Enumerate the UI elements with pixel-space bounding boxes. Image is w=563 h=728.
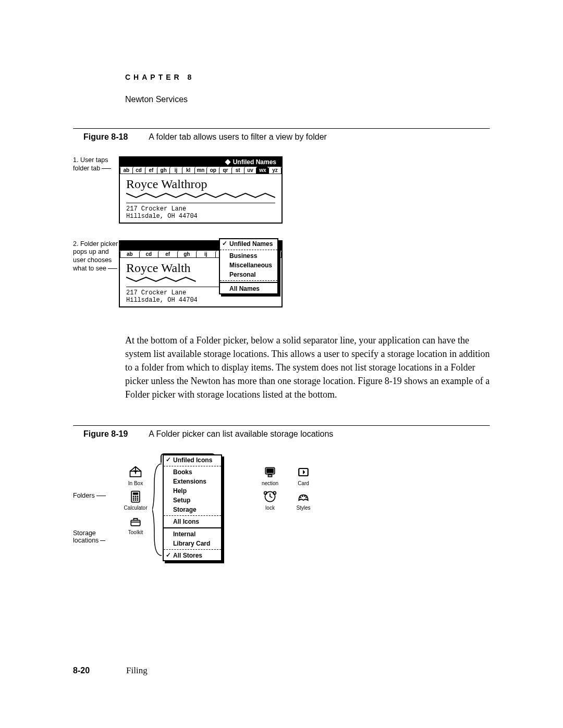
svg-rect-3 [266, 468, 274, 473]
svg-rect-4 [268, 475, 272, 477]
app-icon-inbox[interactable]: In Box [119, 465, 152, 486]
diamond-icon [225, 159, 230, 165]
figure-label: Figure 8-18 [83, 132, 128, 142]
svg-point-22 [302, 496, 303, 497]
picker-item-help[interactable]: Help [164, 486, 221, 496]
callout-stores: Storage locations [73, 529, 119, 544]
svg-rect-13 [137, 498, 139, 499]
svg-point-20 [273, 491, 276, 494]
app-icon-connection[interactable]: nection [253, 465, 287, 486]
page-number: 8-20 [73, 666, 90, 675]
figure-8-19: Figure 8-19 A Folder picker can list ava… [73, 425, 490, 544]
picker-item-all[interactable]: All Names [220, 284, 277, 293]
page-footer: 8-20 Filing [73, 665, 148, 676]
picker-item-internal[interactable]: Internal [164, 529, 221, 539]
figure-caption: A Folder picker can list available stora… [149, 429, 333, 439]
svg-rect-25 [131, 520, 140, 526]
folder-tab[interactable]: Unfiled Names [223, 158, 279, 166]
app-icon-toolkit[interactable]: Toolkit [119, 514, 152, 535]
picker-item-extensions[interactable]: Extensions [164, 477, 221, 486]
figure-label: Figure 8-19 [83, 429, 128, 439]
extras-window: ✓ Unfiled Icons In Box Out nec [119, 453, 338, 535]
names-window-1: Unfiled Names abcdefghijklmnopqrstuvwxyz… [119, 156, 283, 224]
record-name: Royce Walthrop [126, 177, 275, 191]
callout-2: 2. Folder picker pops up and user choose… [73, 240, 119, 273]
svg-point-24 [305, 497, 307, 498]
names-window-2: ✓ Unfiled Names abcdefghijklmn z Royce W… [119, 240, 283, 307]
torn-edge [126, 192, 275, 199]
picker-item-unfiled-icons[interactable]: Unfiled Icons [164, 455, 221, 465]
callout-1: 1. User taps folder tab [73, 156, 119, 172]
svg-point-19 [264, 491, 267, 494]
folder-picker-popup-extras[interactable]: Unfiled Icons Books Extensions Help Setu… [163, 454, 222, 561]
picker-item-storage[interactable]: Storage [164, 505, 221, 514]
picker-item-books[interactable]: Books [164, 467, 221, 477]
alpha-tabs[interactable]: abcdefghijklmnopqrstuvwxyz [120, 167, 282, 174]
svg-rect-14 [133, 499, 134, 501]
svg-point-23 [304, 496, 305, 497]
picker-item-all-icons[interactable]: All Icons [164, 517, 221, 526]
svg-point-21 [300, 497, 301, 498]
brace-icon [152, 463, 163, 557]
picker-item-unfiled[interactable]: Unfiled Names [220, 239, 277, 249]
app-icon-clock[interactable]: lock [253, 489, 287, 511]
body-paragraph: At the bottom of a Folder picker, below … [125, 334, 490, 401]
picker-item-personal[interactable]: Personal [220, 270, 277, 279]
section-heading: Newton Services [125, 95, 490, 104]
record-address: 217 Crocker Lane Hillsdale, OH 44704 [126, 203, 275, 220]
folder-tab-label: Unfiled Names [233, 158, 276, 166]
app-icon-card[interactable]: Card [287, 465, 320, 486]
picker-item-library-card[interactable]: Library Card [164, 539, 221, 548]
svg-rect-11 [133, 498, 134, 499]
footer-text: Filing [126, 665, 148, 676]
figure-rule [73, 425, 490, 426]
figure-rule [73, 128, 490, 129]
figure-caption: A folder tab allows users to filter a vi… [149, 132, 327, 142]
picker-item-all-stores[interactable]: All Stores [164, 551, 221, 560]
app-icon-styles[interactable]: Styles [287, 489, 320, 511]
picker-item-business[interactable]: Business [220, 251, 277, 261]
app-icon-calculator[interactable]: Calculator [119, 489, 152, 511]
svg-rect-16 [137, 499, 139, 501]
svg-rect-9 [135, 496, 137, 497]
picker-item-setup[interactable]: Setup [164, 496, 221, 505]
svg-rect-10 [137, 496, 139, 497]
svg-rect-15 [135, 499, 137, 501]
svg-rect-8 [133, 496, 134, 497]
svg-rect-12 [135, 498, 137, 499]
picker-item-misc[interactable]: Miscellaneous [220, 261, 277, 270]
folder-picker-popup[interactable]: Unfiled Names Business Miscellaneous Per… [219, 238, 278, 294]
figure-8-18: Figure 8-18 A folder tab allows users to… [73, 128, 490, 307]
chapter-heading: CHAPTER 8 [125, 73, 490, 81]
svg-rect-7 [133, 492, 139, 495]
callout-folders: Folders [73, 492, 119, 499]
